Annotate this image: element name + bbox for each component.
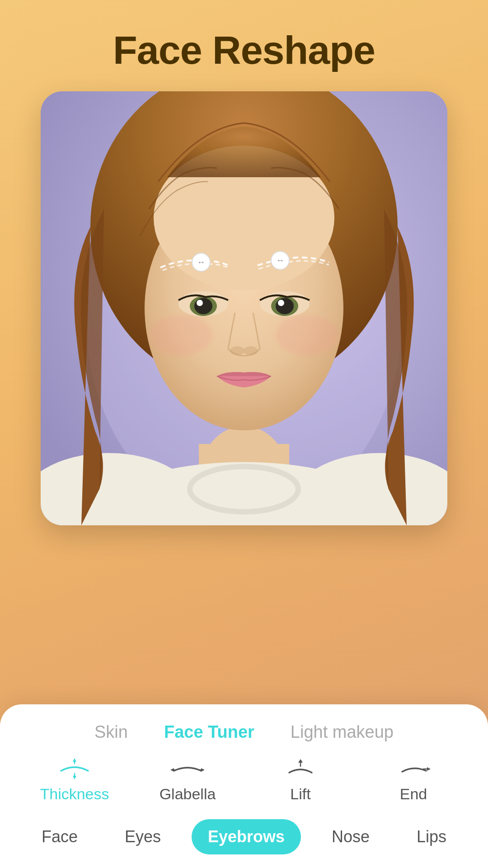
svg-point-20 [276, 298, 294, 314]
image-card: ↔ ↔ [41, 91, 447, 525]
thickness-icon [56, 758, 93, 781]
page-title: Face Reshape [113, 27, 375, 73]
svg-point-17 [197, 300, 203, 306]
svg-point-12 [149, 315, 212, 356]
category-row: Face Eyes Eyebrows Nose Lips [18, 819, 470, 854]
category-lips[interactable]: Lips [400, 819, 463, 854]
svg-point-22 [230, 346, 244, 355]
tabs-row: Skin Face Tuner Light makeup [18, 722, 470, 742]
svg-point-16 [194, 298, 212, 314]
svg-marker-35 [201, 768, 205, 772]
svg-text:↔: ↔ [276, 256, 284, 265]
end-icon [395, 758, 432, 781]
tab-light-makeup[interactable]: Light makeup [291, 722, 394, 742]
category-nose[interactable]: Nose [315, 819, 386, 854]
bottom-panel: Skin Face Tuner Light makeup Thickness [0, 704, 488, 868]
end-label: End [400, 785, 427, 803]
lift-label: Lift [290, 785, 310, 803]
lift-icon [282, 758, 319, 781]
svg-text:↔: ↔ [197, 258, 205, 267]
tool-thickness[interactable]: Thickness [34, 758, 115, 803]
tab-face-tuner[interactable]: Face Tuner [164, 722, 254, 742]
svg-point-13 [276, 315, 339, 356]
tool-end[interactable]: End [373, 758, 454, 803]
thickness-label: Thickness [40, 785, 109, 803]
svg-marker-37 [298, 759, 303, 763]
tab-skin[interactable]: Skin [94, 722, 128, 742]
category-eyes[interactable]: Eyes [108, 819, 177, 854]
glabella-label: Glabella [160, 785, 216, 803]
tool-lift[interactable]: Lift [260, 758, 341, 803]
glabella-icon [169, 758, 206, 781]
svg-marker-29 [73, 758, 76, 762]
svg-marker-31 [73, 776, 76, 779]
svg-marker-33 [170, 768, 174, 772]
svg-marker-39 [427, 767, 431, 771]
category-eyebrows[interactable]: Eyebrows [192, 819, 301, 854]
svg-point-21 [278, 300, 284, 306]
tool-glabella[interactable]: Glabella [147, 758, 228, 803]
category-face[interactable]: Face [25, 819, 94, 854]
tools-row: Thickness Glabella [18, 758, 470, 803]
svg-point-23 [244, 346, 258, 355]
